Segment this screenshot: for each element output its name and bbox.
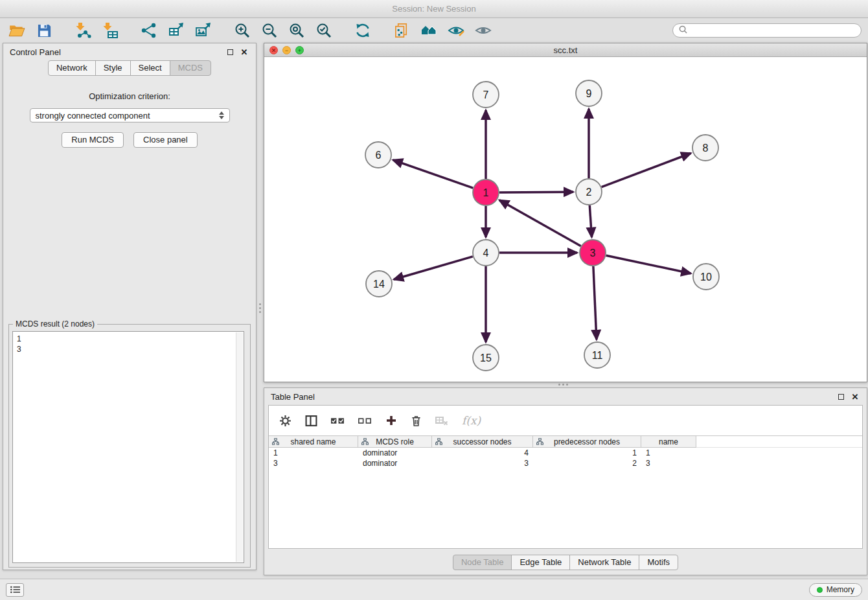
graph-node-4[interactable]: 4 xyxy=(473,240,499,266)
run-mcds-button[interactable]: Run MCDS xyxy=(62,132,124,148)
control-panel-header: Control Panel ✕ xyxy=(3,43,256,60)
result-scrollbar[interactable] xyxy=(236,332,243,562)
mcds-result-title: MCDS result (2 nodes) xyxy=(13,319,97,329)
close-panel-icon[interactable]: ✕ xyxy=(239,47,249,57)
table-toolbar: f(x) xyxy=(269,406,862,435)
column-header-successor-nodes[interactable]: successor nodes xyxy=(432,436,533,448)
graph-node-label: 1 xyxy=(483,187,489,198)
cell-mcds-role[interactable]: dominator xyxy=(358,458,432,468)
export-image-icon[interactable] xyxy=(193,21,214,40)
graph-node-11[interactable]: 11 xyxy=(584,342,610,368)
graph-edge-3-11[interactable] xyxy=(593,266,597,340)
search-input[interactable] xyxy=(691,26,855,35)
graph-edge-2-8[interactable] xyxy=(602,154,691,187)
column-header-name[interactable]: name xyxy=(641,436,696,448)
graph-node-9[interactable]: 9 xyxy=(576,80,602,106)
graph-node-6[interactable]: 6 xyxy=(365,142,391,168)
cell-predecessor-nodes[interactable]: 1 xyxy=(533,448,641,458)
graph-node-8[interactable]: 8 xyxy=(692,135,718,161)
graph-edge-3-10[interactable] xyxy=(606,255,691,273)
add-row-icon[interactable] xyxy=(385,415,397,426)
import-network-icon[interactable] xyxy=(73,21,93,40)
main-toolbar xyxy=(0,19,868,42)
refresh-icon[interactable] xyxy=(352,21,373,40)
trash-icon[interactable] xyxy=(411,415,422,427)
tab-select[interactable]: Select xyxy=(130,60,170,76)
clone-network-icon[interactable] xyxy=(391,21,412,40)
column-header-shared-name[interactable]: shared name xyxy=(269,436,358,448)
tab-edge-table[interactable]: Edge Table xyxy=(511,555,570,570)
tab-mcds[interactable]: MCDS xyxy=(170,60,211,76)
zoom-selected-icon[interactable] xyxy=(314,21,334,40)
eye-icon[interactable] xyxy=(473,21,494,40)
close-panel-button[interactable]: Close panel xyxy=(133,132,198,148)
cell-mcds-role[interactable]: dominator xyxy=(358,448,432,458)
header-filler xyxy=(696,436,862,448)
control-panel: Control Panel ✕ Network Style Select MCD… xyxy=(3,43,257,570)
gear-icon[interactable] xyxy=(279,415,291,427)
float-table-panel-icon[interactable] xyxy=(836,391,846,402)
memory-button[interactable]: Memory xyxy=(809,583,862,597)
graph-node-10[interactable]: 10 xyxy=(693,264,719,290)
cell-name[interactable]: 3 xyxy=(641,458,696,468)
houses-icon[interactable] xyxy=(418,21,439,40)
tab-motifs[interactable]: Motifs xyxy=(639,555,678,570)
graph-node-label: 8 xyxy=(703,143,709,154)
deselect-all-checkboxes-icon[interactable] xyxy=(358,417,372,425)
cell-predecessor-nodes[interactable]: 2 xyxy=(533,458,641,468)
select-all-checkboxes-icon[interactable] xyxy=(331,417,345,425)
criterion-dropdown[interactable]: strongly connected component xyxy=(30,108,230,122)
table-panel-title: Table Panel xyxy=(271,392,315,402)
network-window-title: scc.txt xyxy=(554,45,578,55)
minimize-window-icon[interactable]: − xyxy=(282,46,291,54)
graph-node-2[interactable]: 2 xyxy=(576,179,602,205)
close-table-panel-icon[interactable]: ✕ xyxy=(850,391,860,402)
vertical-splitter[interactable] xyxy=(258,299,262,316)
column-type-icon xyxy=(361,438,369,447)
graph-node-label: 4 xyxy=(483,248,489,259)
graph-node-15[interactable]: 15 xyxy=(473,345,499,371)
dropdown-stepper-icon xyxy=(219,111,224,119)
cell-name[interactable]: 1 xyxy=(641,448,696,458)
graph-edge-2-3[interactable] xyxy=(589,205,591,237)
save-session-icon[interactable] xyxy=(34,21,54,40)
graph-node-14[interactable]: 14 xyxy=(366,271,392,297)
graph-node-1[interactable]: 1 xyxy=(473,179,499,205)
graph-edge-4-14[interactable] xyxy=(394,257,473,279)
graph-node-3[interactable]: 3 xyxy=(580,240,606,266)
tab-style[interactable]: Style xyxy=(95,60,131,76)
zoom-fit-icon[interactable] xyxy=(286,21,307,40)
graph-node-label: 6 xyxy=(376,150,382,161)
cell-shared-name[interactable]: 3 xyxy=(269,458,358,468)
horizontal-splitter[interactable] xyxy=(554,382,571,387)
network-canvas[interactable]: 7968124314101511 xyxy=(264,57,867,382)
cell-successor-nodes[interactable]: 3 xyxy=(432,458,533,468)
graph-edge-3-1[interactable] xyxy=(499,200,581,246)
zoom-in-icon[interactable] xyxy=(232,21,253,40)
import-table-icon[interactable] xyxy=(100,21,120,40)
export-network-icon[interactable] xyxy=(139,21,159,40)
close-window-icon[interactable]: ✕ xyxy=(269,46,278,54)
graph-edge-1-2[interactable] xyxy=(499,192,573,192)
column-header-predecessor-nodes[interactable]: predecessor nodes xyxy=(533,436,641,448)
memory-label: Memory xyxy=(827,585,854,594)
tab-network-table[interactable]: Network Table xyxy=(569,555,639,570)
graph-edge-1-6[interactable] xyxy=(393,160,474,188)
column-header-mcds-role[interactable]: MCDS role xyxy=(358,436,432,448)
graph-node-label: 15 xyxy=(480,352,492,363)
panel-list-icon[interactable] xyxy=(6,583,24,597)
graph-node-7[interactable]: 7 xyxy=(473,82,499,108)
table-row: 1 dominator 4 1 1 xyxy=(269,448,862,458)
table-row: 3 dominator 3 2 3 xyxy=(269,458,862,468)
open-file-icon[interactable] xyxy=(6,21,27,40)
columns-icon[interactable] xyxy=(305,415,317,427)
float-panel-icon[interactable] xyxy=(225,47,235,57)
cell-successor-nodes[interactable]: 4 xyxy=(432,448,533,458)
export-table-icon[interactable] xyxy=(166,21,187,40)
eye-pencil-icon[interactable] xyxy=(446,21,466,40)
cell-shared-name[interactable]: 1 xyxy=(269,448,358,458)
tab-network[interactable]: Network xyxy=(48,60,96,76)
maximize-window-icon[interactable]: + xyxy=(295,46,304,54)
zoom-out-icon[interactable] xyxy=(259,21,280,40)
tab-node-table[interactable]: Node Table xyxy=(453,555,512,570)
